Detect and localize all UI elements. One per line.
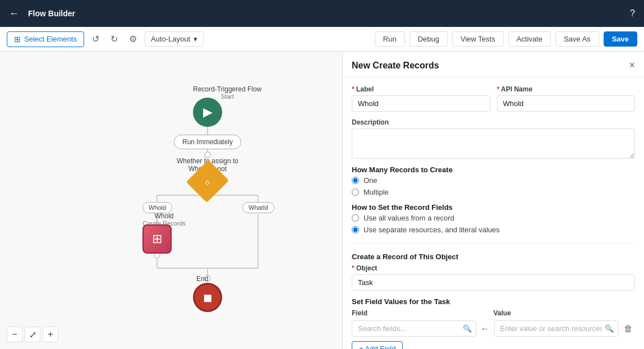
panel-body: * Label * API Name Description xyxy=(343,77,644,349)
create-records-flow-label: Whold xyxy=(142,212,186,220)
set-field-title: Set Field Values for the Task xyxy=(352,297,635,306)
help-icon: ? xyxy=(630,8,635,18)
whold-branch-label: Whold xyxy=(142,202,172,213)
label-apiname-row: * Label * API Name xyxy=(352,85,635,112)
radio-use-separate-input[interactable] xyxy=(352,226,359,233)
value-input-wrap: 🔍 xyxy=(494,320,619,337)
object-required: * xyxy=(352,264,355,272)
label-label: * Label xyxy=(352,85,490,93)
description-label: Description xyxy=(352,118,635,126)
select-elements-icon: ⊞ xyxy=(14,35,21,44)
panel-close-button[interactable]: × xyxy=(629,59,635,71)
app-title: Flow Builder xyxy=(28,9,621,18)
search-value-input[interactable] xyxy=(494,320,619,337)
label-required: * xyxy=(352,85,355,93)
top-bar: ← Flow Builder ? xyxy=(0,0,644,27)
label-group: * Label xyxy=(352,85,490,112)
zoom-fit-button[interactable]: ⤢ xyxy=(25,327,40,342)
main-area: Record-Triggered Flow Start ▶ Run Immedi… xyxy=(0,52,644,349)
redo-button[interactable]: ↻ xyxy=(107,31,121,47)
radio-multiple-item[interactable]: Multiple xyxy=(352,188,635,196)
right-panel: New Create Records × * Label * API Name xyxy=(342,52,644,349)
run-immediately-node[interactable]: Run Immediately xyxy=(174,135,241,149)
radio-use-separate-item[interactable]: Use separate resources, and literal valu… xyxy=(352,226,635,234)
create-records-node[interactable]: ⊞ xyxy=(142,224,172,254)
help-button[interactable]: ? xyxy=(628,6,637,21)
view-tests-button[interactable]: View Tests xyxy=(452,31,504,47)
radio-one-input[interactable] xyxy=(352,177,359,184)
activate-button[interactable]: Activate xyxy=(508,31,551,47)
how-to-set-radio-group: Use all values from a record Use separat… xyxy=(352,214,635,234)
back-icon: ← xyxy=(9,8,19,19)
create-record-title: Create a Record of This Object xyxy=(352,252,635,261)
value-col-label: Value xyxy=(494,309,636,317)
radio-one-item[interactable]: One xyxy=(352,176,635,185)
create-record-section: Create a Record of This Object * Object xyxy=(352,252,635,291)
zoom-controls: − ⤢ + xyxy=(7,327,58,342)
auto-layout-button[interactable]: Auto-Layout ▾ xyxy=(145,31,204,47)
api-name-required: * xyxy=(497,85,500,93)
radio-use-all-item[interactable]: Use all values from a record xyxy=(352,214,635,222)
end-label-group: End xyxy=(196,275,208,283)
object-input[interactable] xyxy=(352,274,635,291)
object-label: * Object xyxy=(352,264,635,272)
undo-button[interactable]: ↺ xyxy=(89,31,103,47)
add-field-button[interactable]: + Add Field xyxy=(352,341,403,349)
toolbar-left: ⊞ Select Elements ↺ ↻ ⚙ Auto-Layout ▾ xyxy=(7,31,370,47)
end-flow-label: End xyxy=(196,275,208,283)
how-to-set-section: How to Set the Record Fields Use all val… xyxy=(352,203,635,234)
flow-connectors xyxy=(0,52,337,349)
description-input[interactable] xyxy=(352,128,635,159)
divider-1 xyxy=(352,243,635,244)
canvas[interactable]: Record-Triggered Flow Start ▶ Run Immedi… xyxy=(0,52,342,349)
settings-button[interactable]: ⚙ xyxy=(126,31,140,47)
panel-header: New Create Records × xyxy=(343,52,644,77)
radio-use-all-input[interactable] xyxy=(352,214,359,222)
run-button[interactable]: Run xyxy=(375,31,405,47)
description-group: Description xyxy=(352,118,635,159)
whatid-branch-label: WhatId xyxy=(242,202,274,213)
radio-one-label: One xyxy=(364,176,378,185)
zoom-out-button[interactable]: − xyxy=(7,327,22,342)
field-search-icon: 🔍 xyxy=(463,324,472,333)
radio-multiple-input[interactable] xyxy=(352,189,359,196)
how-many-title: How Many Records to Create xyxy=(352,166,635,174)
decision-node[interactable]: ⬦ xyxy=(193,167,222,196)
start-node[interactable]: ▶ xyxy=(193,98,222,127)
label-input[interactable] xyxy=(352,95,490,112)
api-name-group: * API Name xyxy=(497,85,636,112)
api-name-label: * API Name xyxy=(497,85,636,93)
radio-use-all-label: Use all values from a record xyxy=(364,214,454,222)
how-many-section: How Many Records to Create One Multiple xyxy=(352,166,635,196)
delete-field-button[interactable]: 🗑 xyxy=(622,323,635,335)
debug-button[interactable]: Debug xyxy=(410,31,448,47)
radio-use-separate-label: Use separate resources, and literal valu… xyxy=(364,226,500,234)
chevron-down-icon: ▾ xyxy=(194,35,197,43)
end-node[interactable]: ◼ xyxy=(193,283,222,312)
field-value-section: Set Field Values for the Task Field Valu… xyxy=(352,297,635,349)
select-elements-button[interactable]: ⊞ Select Elements xyxy=(7,31,84,47)
field-value-row: 🔍 ← 🔍 🗑 xyxy=(352,320,635,337)
toolbar: ⊞ Select Elements ↺ ↻ ⚙ Auto-Layout ▾ Ru… xyxy=(0,27,644,52)
auto-layout-label: Auto-Layout xyxy=(151,35,190,43)
field-col-label: Field xyxy=(352,309,494,317)
save-as-button[interactable]: Save As xyxy=(555,31,599,47)
api-name-input[interactable] xyxy=(497,95,636,112)
redo-icon: ↻ xyxy=(111,34,118,44)
decision-icon: ⬦ xyxy=(204,175,211,188)
search-fields-input[interactable] xyxy=(352,320,476,337)
field-input-wrap: 🔍 xyxy=(352,320,476,337)
save-button[interactable]: Save xyxy=(604,31,637,47)
how-many-radio-group: One Multiple xyxy=(352,176,635,196)
undo-icon: ↺ xyxy=(92,34,99,44)
fv-header: Field Value xyxy=(352,309,635,317)
how-to-set-title: How to Set the Record Fields xyxy=(352,203,635,212)
toolbar-right: Run Debug View Tests Activate Save As Sa… xyxy=(375,31,637,47)
start-flow-label: Record-Triggered Flow xyxy=(193,85,261,93)
zoom-in-button[interactable]: + xyxy=(43,327,58,342)
radio-multiple-label: Multiple xyxy=(364,188,389,196)
back-button[interactable]: ← xyxy=(7,6,21,22)
branch-whold-label: Whold xyxy=(142,202,172,213)
arrow-icon: ← xyxy=(480,324,491,334)
object-group: * Object xyxy=(352,264,635,291)
